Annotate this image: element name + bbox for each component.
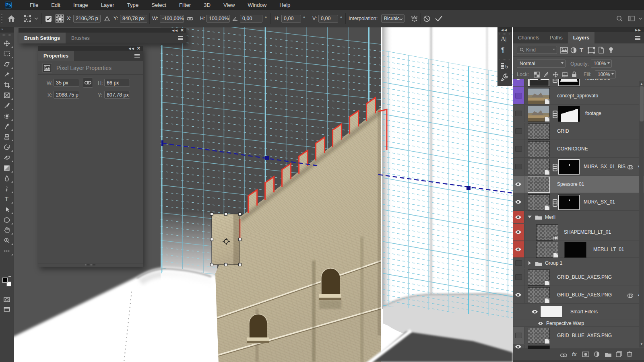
svg-text:5: 5: [505, 64, 508, 70]
svg-text:T: T: [5, 196, 8, 202]
